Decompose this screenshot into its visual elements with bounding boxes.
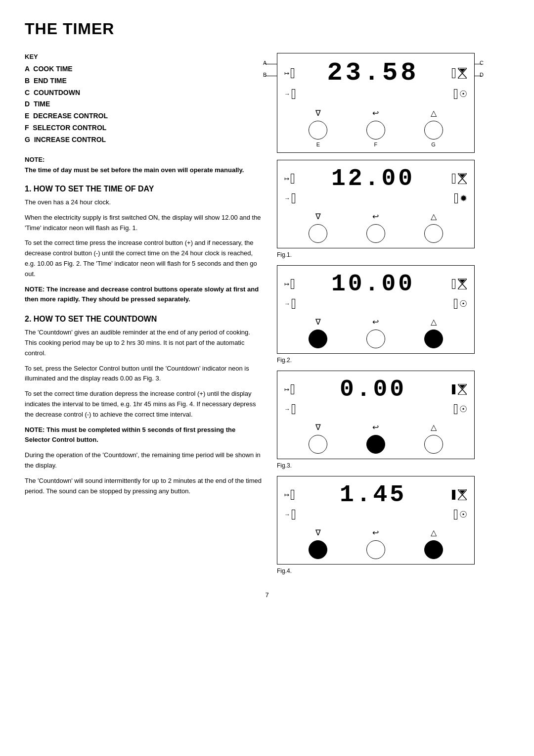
key-item-d: D TIME <box>25 98 262 110</box>
label-a: A <box>263 60 267 66</box>
fig1-wrapper: ↦ 12.00 <box>277 160 475 265</box>
main-display: 23.58 <box>299 58 447 88</box>
fig1-btn-f[interactable]: ↩ <box>366 212 385 243</box>
btn-g-group: △ <box>424 108 443 140</box>
fig2-btn-f[interactable]: ↩ <box>366 317 385 348</box>
fig4-diagram: ↦ 1.45 <box>277 476 475 565</box>
btn-e-label: E <box>303 142 333 147</box>
fig4-display: 1.45 <box>299 481 447 508</box>
btn-e-group: ∇ <box>309 108 327 140</box>
section1-p2: When the electricity supply is first swi… <box>25 213 262 234</box>
fig1-btn-g[interactable]: △ <box>424 212 443 243</box>
fig3-btn-f[interactable]: ↩ <box>366 423 385 454</box>
fig1-label: Fig.1. <box>277 251 475 258</box>
section2-note: NOTE: This must be completed within 5 se… <box>25 425 262 446</box>
fig2-label: Fig.2. <box>277 357 475 364</box>
section1-p3: To set the correct time press the increa… <box>25 238 262 279</box>
key-heading: KEY <box>25 53 262 60</box>
key-item-a: A COOK TIME <box>25 63 262 75</box>
page-number: 7 <box>25 591 509 599</box>
page-title: THE TIMER <box>25 20 509 38</box>
section2-p1: The 'Countdown' gives an audible reminde… <box>25 328 262 358</box>
selector-symbol: ↩ <box>372 108 379 118</box>
fig3-wrapper: ↦ 0.00 <box>277 371 475 476</box>
section2-p3: To set the correct time duration depress… <box>25 389 262 420</box>
section1-title: 1. HOW TO SET THE TIME OF DAY <box>25 185 262 193</box>
section2-p5: During the operation of the 'Countdown',… <box>25 450 262 471</box>
label-d: D <box>480 72 484 78</box>
btn-f-group: ↩ <box>366 108 385 140</box>
section2-p6: The 'Countdown' will sound intermittentl… <box>25 476 262 497</box>
section2-title: 2. HOW TO SET THE COUNTDOWN <box>25 315 262 324</box>
label-c: C <box>480 60 484 66</box>
btn-g-label: G <box>419 142 448 147</box>
fig3-display: 0.00 <box>299 376 447 403</box>
key-item-g: G INCREASE CONTROL <box>25 134 262 146</box>
fig2-wrapper: ↦ 10.00 <box>277 265 475 371</box>
fig3-btn-g[interactable]: △ <box>424 423 443 454</box>
key-item-f: F SELECTOR CONTROL <box>25 122 262 134</box>
btn-f-label: F <box>361 142 391 147</box>
fig3-diagram: ↦ 0.00 <box>277 371 475 459</box>
main-diagram: ↦ 23.58 <box>277 53 475 153</box>
section1-p1: The oven has a 24 hour clock. <box>25 197 262 208</box>
btn-f[interactable] <box>366 121 385 140</box>
section2-p2: To set, press the Selector Control butto… <box>25 364 262 384</box>
fig1-diagram: ↦ 12.00 <box>277 160 475 248</box>
note-text: The time of day must be set before the m… <box>25 165 262 175</box>
hourglass-icon-fig4 <box>457 489 467 500</box>
fig4-btn-e[interactable]: ∇ <box>309 528 327 559</box>
fig2-diagram: ↦ 10.00 <box>277 265 475 354</box>
note-heading: NOTE: <box>25 156 262 163</box>
decrease-symbol: ∇ <box>315 108 321 118</box>
hourglass-icon-fig1 <box>457 173 467 184</box>
fig4-label: Fig.4. <box>277 567 475 574</box>
btn-e[interactable] <box>309 121 327 140</box>
btn-g[interactable] <box>424 121 443 140</box>
key-item-e: E DECREASE CONTROL <box>25 110 262 122</box>
fig4-btn-g[interactable]: △ <box>424 528 443 559</box>
fig4-btn-f[interactable]: ↩ <box>366 528 385 559</box>
fig1-display: 12.00 <box>299 165 447 192</box>
fig3-label: Fig.3. <box>277 462 475 469</box>
key-item-b: B END TIME <box>25 75 262 87</box>
fig2-btn-e[interactable]: ∇ <box>309 317 327 348</box>
label-b: B <box>263 72 267 78</box>
fig2-btn-g[interactable]: △ <box>424 317 443 348</box>
increase-symbol: △ <box>431 108 437 118</box>
key-item-c: C COUNTDOWN <box>25 87 262 99</box>
fig1-btn-e[interactable]: ∇ <box>309 212 327 243</box>
fig2-display: 10.00 <box>299 271 447 297</box>
fig3-btn-e[interactable]: ∇ <box>309 423 327 454</box>
hourglass-icon-fig3 <box>457 384 467 395</box>
hourglass-icon-top <box>457 68 467 79</box>
hourglass-icon-fig2 <box>457 279 467 289</box>
fig4-wrapper: ↦ 1.45 <box>277 476 475 581</box>
section1-note: NOTE: The increase and decrease control … <box>25 284 262 305</box>
